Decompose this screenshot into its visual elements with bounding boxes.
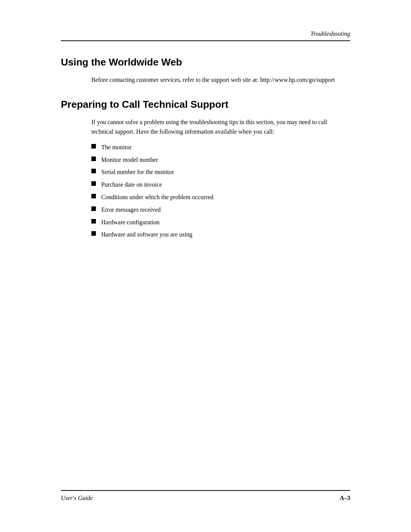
list-item-text: Conditions under which the problem occur…	[101, 192, 213, 203]
list-item-text: Monitor model number	[101, 155, 158, 166]
section-worldwide-web: Using the Worldwide Web Before contactin…	[61, 56, 350, 85]
list-item-text: The monitor	[101, 142, 132, 153]
list-item: Hardware and software you are using	[91, 229, 350, 240]
section-paragraph-technical-support: If you cannot solve a problem using the …	[91, 117, 350, 137]
bullet-icon	[91, 181, 96, 186]
list-item: Conditions under which the problem occur…	[91, 192, 350, 203]
list-item-text: Hardware and software you are using	[101, 229, 192, 240]
bullet-icon	[91, 231, 96, 236]
list-item: Serial number for the monitor	[91, 167, 350, 178]
footer-label: User's Guide	[61, 495, 93, 502]
bullet-icon	[91, 144, 96, 149]
page-content: Using the Worldwide Web Before contactin…	[61, 56, 350, 490]
section-heading-worldwide-web: Using the Worldwide Web	[61, 56, 350, 68]
section-technical-support: Preparing to Call Technical Support If y…	[61, 99, 350, 241]
section-text-worldwide-web: Before contacting customer services, ref…	[91, 75, 350, 85]
bullet-icon	[91, 169, 96, 173]
list-item-text: Serial number for the monitor	[101, 167, 174, 178]
footer-page-number: A–3	[339, 495, 350, 502]
page-footer: User's Guide A–3	[61, 490, 350, 502]
header-section-title: Troubleshooting	[311, 30, 350, 37]
list-item: The monitor	[91, 142, 350, 153]
bullet-icon	[91, 194, 96, 198]
page: Troubleshooting Using the Worldwide Web …	[0, 0, 411, 532]
bullet-icon	[91, 157, 96, 161]
list-item: Error messages received	[91, 204, 350, 216]
bullet-icon	[91, 206, 96, 211]
list-item: Hardware configuration	[91, 217, 350, 228]
list-item: Monitor model number	[91, 155, 350, 166]
section-heading-technical-support: Preparing to Call Technical Support	[61, 99, 350, 110]
list-item: Purchase date on invoice	[91, 179, 350, 190]
bullet-list: The monitorMonitor model numberSerial nu…	[91, 142, 350, 240]
list-item-text: Error messages received	[101, 204, 161, 216]
bullet-icon	[91, 219, 96, 224]
list-item-text: Hardware configuration	[101, 217, 159, 228]
list-item-text: Purchase date on invoice	[101, 179, 162, 190]
page-header: Troubleshooting	[61, 30, 350, 41]
